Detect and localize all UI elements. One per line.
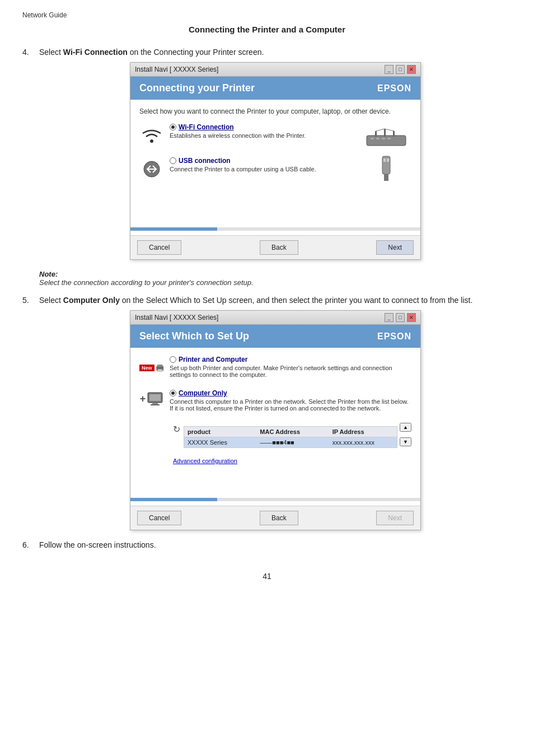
table-header-row: product MAC Address IP Address	[184, 427, 397, 437]
window-controls-2: _ □ ✕	[385, 313, 416, 322]
step-5-content: Select Computer Only on the Select Which…	[39, 296, 512, 530]
svg-rect-8	[393, 131, 395, 137]
step-4-content: Select Wi-Fi Connection on the Connectin…	[39, 48, 512, 260]
new-badge: New	[139, 365, 154, 371]
computer-only-desc: Connect this computer to a Printer on th…	[170, 398, 411, 412]
next-button-1[interactable]: Next	[376, 240, 414, 255]
svg-rect-15	[387, 158, 389, 162]
wifi-radio[interactable]	[170, 124, 176, 130]
epson-logo-1: EPSON	[377, 83, 411, 94]
printer-icon	[156, 358, 164, 377]
body-text-1: Select how you want to connect the Print…	[139, 108, 411, 115]
usb-option-row: USB connection Connect the Printer to a …	[139, 157, 411, 181]
col-ip: IP Address	[332, 428, 394, 435]
col-product: product	[188, 428, 249, 435]
progress-fill-2	[130, 498, 217, 501]
table-data-row[interactable]: XXXXX Series ——■■■4■■ xxx.xxx.xxx.xxx	[184, 437, 397, 447]
page-header: Network Guide	[22, 11, 512, 19]
step-5-number: 5.	[22, 296, 32, 305]
svg-rect-18	[157, 369, 162, 371]
router-image-area	[361, 123, 411, 148]
usb-arrows-icon	[140, 159, 163, 179]
svg-rect-7	[375, 131, 377, 137]
back-button-1[interactable]: Back	[260, 240, 298, 255]
close-btn-1[interactable]: ✕	[407, 65, 416, 74]
advanced-config-link[interactable]: Advanced configuration	[173, 458, 237, 464]
cell-mac: ——■■■4■■	[260, 439, 321, 446]
back-button-2[interactable]: Back	[260, 511, 298, 525]
svg-rect-22	[152, 403, 158, 404]
usb-desc: Connect the Printer to a computer using …	[170, 166, 355, 172]
wifi-option-text: Wi-Fi Connection Establishes a wireless …	[170, 123, 355, 139]
computer-only-option-row: + Computer Only	[139, 389, 411, 414]
printer-computer-desc: Set up both Printer and computer. Make P…	[170, 365, 411, 378]
computer-only-label[interactable]: Computer Only	[170, 389, 411, 397]
restore-btn-1[interactable]: □	[396, 65, 405, 74]
printer-table: product MAC Address IP Address XXXXX Ser…	[184, 426, 397, 448]
wifi-desc: Establishes a wireless connection with t…	[170, 132, 355, 139]
section-title: Connecting the Printer and a Computer	[22, 25, 512, 34]
minimize-btn-1[interactable]: _	[385, 65, 394, 74]
step4-text-after: on the Connecting your Printer screen.	[128, 48, 264, 57]
window-body-1: Select how you want to connect the Print…	[130, 100, 420, 223]
close-btn-2[interactable]: ✕	[407, 313, 416, 322]
window-header-1: Connecting your Printer EPSON	[130, 77, 420, 100]
wifi-option-label[interactable]: Wi-Fi Connection	[170, 123, 355, 131]
usb-drive-icon	[378, 155, 395, 183]
usb-option-icon	[139, 157, 164, 181]
step-5-text: Select Computer Only on the Select Which…	[39, 296, 512, 305]
printer-list-area: ↻ product MAC Address IP Address XXXXX S…	[173, 423, 411, 452]
scroll-up-btn[interactable]: ▲	[400, 423, 411, 432]
svg-rect-14	[383, 158, 386, 162]
printer-computer-label[interactable]: Printer and Computer	[170, 356, 411, 363]
cancel-button-2[interactable]: Cancel	[137, 511, 181, 525]
svg-rect-23	[151, 404, 160, 405]
computer-only-label-text: Computer Only	[179, 389, 227, 397]
scroll-down-btn[interactable]: ▼	[400, 437, 411, 446]
svg-point-0	[150, 139, 153, 143]
router-icon	[364, 123, 409, 148]
printer-computer-text: Printer and Computer Set up both Printer…	[170, 356, 411, 378]
refresh-icon[interactable]: ↻	[173, 424, 180, 435]
printer-computer-icon: New	[139, 356, 164, 380]
window-body-2: New Printer and Computer	[130, 348, 420, 493]
printer-computer-radio[interactable]	[170, 356, 176, 363]
printer-computer-option-row: New Printer and Computer	[139, 356, 411, 380]
usb-radio[interactable]	[170, 157, 176, 164]
next-button-2[interactable]: Next	[376, 511, 414, 525]
svg-rect-21	[149, 394, 161, 401]
svg-line-10	[385, 129, 394, 131]
printer-computer-label-text: Printer and Computer	[179, 356, 247, 363]
header-title: Network Guide	[22, 11, 67, 19]
cancel-button-1[interactable]: Cancel	[137, 240, 181, 255]
wifi-icon	[140, 125, 163, 146]
note-label: Note:	[39, 270, 512, 278]
step-4-number: 4.	[22, 48, 32, 57]
usb-option-label[interactable]: USB connection	[170, 157, 355, 165]
window-titlebar-1: Install Navi [ XXXXX Series] _ □ ✕	[130, 63, 420, 77]
step-6: 6. Follow the on-screen instructions.	[22, 540, 512, 555]
minimize-btn-2[interactable]: _	[385, 313, 394, 322]
usb-option-text: USB connection Connect the Printer to a …	[170, 157, 355, 172]
step-4: 4. Select Wi-Fi Connection on the Connec…	[22, 48, 512, 260]
window-controls-1: _ □ ✕	[385, 65, 416, 74]
window-titlebar-2: Install Navi [ XXXXX Series] _ □ ✕	[130, 311, 420, 325]
note-block: Note: Select the connection according to…	[39, 270, 512, 287]
computer-only-radio[interactable]	[170, 390, 176, 396]
restore-btn-2[interactable]: □	[396, 313, 405, 322]
svg-rect-13	[384, 174, 388, 181]
col-mac: MAC Address	[260, 428, 321, 435]
cell-product: XXXXX Series	[188, 439, 249, 446]
svg-rect-4	[382, 138, 385, 139]
svg-line-9	[376, 129, 385, 131]
page-number: 41	[22, 572, 512, 581]
svg-point-19	[161, 368, 162, 369]
step4-highlight: Wi-Fi Connection	[63, 48, 128, 57]
printer-table-container: product MAC Address IP Address XXXXX Ser…	[184, 423, 397, 452]
step5-text-before: Select	[39, 296, 63, 305]
wifi-option-icon	[139, 123, 164, 148]
epson-logo-2: EPSON	[377, 332, 411, 342]
cell-ip: xxx.xxx.xxx.xxx	[332, 439, 394, 446]
select-setup-window: Install Navi [ XXXXX Series] _ □ ✕ Selec…	[130, 310, 421, 530]
window-header-title-1: Connecting your Printer	[139, 82, 255, 94]
